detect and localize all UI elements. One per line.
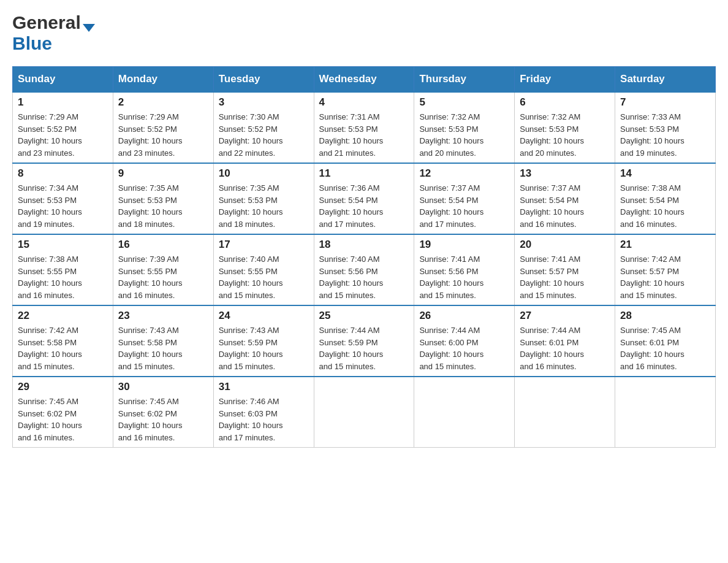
col-friday: Friday: [515, 67, 615, 93]
week-row-3: 15Sunrise: 7:38 AMSunset: 5:55 PMDayligh…: [13, 234, 716, 305]
day-info: Sunrise: 7:38 AMSunset: 5:55 PMDaylight:…: [18, 253, 108, 301]
day-info: Sunrise: 7:45 AMSunset: 6:02 PMDaylight:…: [18, 396, 108, 443]
day-info: Sunrise: 7:40 AMSunset: 5:56 PMDaylight:…: [319, 253, 409, 301]
day-cell: [515, 377, 615, 448]
day-cell: 18Sunrise: 7:40 AMSunset: 5:56 PMDayligh…: [314, 234, 414, 305]
day-info: Sunrise: 7:44 AMSunset: 6:01 PMDaylight:…: [520, 324, 610, 372]
day-cell: 9Sunrise: 7:35 AMSunset: 5:53 PMDaylight…: [113, 163, 213, 234]
calendar-body: 1Sunrise: 7:29 AMSunset: 5:52 PMDaylight…: [13, 92, 716, 448]
day-info: Sunrise: 7:41 AMSunset: 5:57 PMDaylight:…: [520, 253, 610, 301]
day-cell: 25Sunrise: 7:44 AMSunset: 5:59 PMDayligh…: [314, 305, 414, 377]
col-thursday: Thursday: [414, 67, 515, 93]
day-number: 29: [18, 381, 108, 393]
day-info: Sunrise: 7:46 AMSunset: 6:03 PMDaylight:…: [219, 396, 309, 443]
week-row-1: 1Sunrise: 7:29 AMSunset: 5:52 PMDaylight…: [13, 92, 716, 163]
day-number: 16: [118, 239, 208, 251]
day-info: Sunrise: 7:42 AMSunset: 5:58 PMDaylight:…: [18, 324, 108, 372]
day-info: Sunrise: 7:32 AMSunset: 5:53 PMDaylight:…: [520, 111, 610, 159]
day-cell: 31Sunrise: 7:46 AMSunset: 6:03 PMDayligh…: [213, 377, 314, 448]
day-info: Sunrise: 7:44 AMSunset: 5:59 PMDaylight:…: [319, 324, 409, 372]
week-row-2: 8Sunrise: 7:34 AMSunset: 5:53 PMDaylight…: [13, 163, 716, 234]
day-number: 5: [419, 96, 509, 109]
day-number: 22: [18, 310, 108, 322]
day-info: Sunrise: 7:32 AMSunset: 5:53 PMDaylight:…: [419, 111, 509, 159]
day-cell: 12Sunrise: 7:37 AMSunset: 5:54 PMDayligh…: [414, 163, 515, 234]
day-info: Sunrise: 7:42 AMSunset: 5:57 PMDaylight:…: [620, 253, 710, 301]
header-row: Sunday Monday Tuesday Wednesday Thursday…: [13, 67, 716, 93]
day-number: 23: [118, 310, 208, 322]
day-number: 18: [319, 239, 409, 251]
day-number: 14: [620, 167, 710, 180]
day-cell: 14Sunrise: 7:38 AMSunset: 5:54 PMDayligh…: [615, 163, 716, 234]
day-number: 15: [18, 239, 108, 251]
day-number: 21: [620, 239, 710, 251]
day-number: 8: [18, 167, 108, 180]
day-number: 13: [520, 167, 610, 180]
day-info: Sunrise: 7:29 AMSunset: 5:52 PMDaylight:…: [18, 111, 108, 159]
week-row-5: 29Sunrise: 7:45 AMSunset: 6:02 PMDayligh…: [13, 377, 716, 448]
day-cell: 2Sunrise: 7:29 AMSunset: 5:52 PMDaylight…: [113, 92, 213, 163]
day-cell: 26Sunrise: 7:44 AMSunset: 6:00 PMDayligh…: [414, 305, 515, 377]
day-cell: 4Sunrise: 7:31 AMSunset: 5:53 PMDaylight…: [314, 92, 414, 163]
day-info: Sunrise: 7:45 AMSunset: 6:01 PMDaylight:…: [620, 324, 710, 372]
day-info: Sunrise: 7:35 AMSunset: 5:53 PMDaylight:…: [219, 182, 309, 230]
day-cell: [615, 377, 716, 448]
col-tuesday: Tuesday: [213, 67, 314, 93]
logo-blue: Blue: [12, 33, 52, 53]
day-number: 27: [520, 310, 610, 322]
day-number: 31: [219, 381, 309, 393]
day-cell: 20Sunrise: 7:41 AMSunset: 5:57 PMDayligh…: [515, 234, 615, 305]
day-info: Sunrise: 7:33 AMSunset: 5:53 PMDaylight:…: [620, 111, 710, 159]
day-cell: 10Sunrise: 7:35 AMSunset: 5:53 PMDayligh…: [213, 163, 314, 234]
day-number: 28: [620, 310, 710, 322]
day-info: Sunrise: 7:45 AMSunset: 6:02 PMDaylight:…: [118, 396, 208, 443]
day-cell: 17Sunrise: 7:40 AMSunset: 5:55 PMDayligh…: [213, 234, 314, 305]
day-cell: 22Sunrise: 7:42 AMSunset: 5:58 PMDayligh…: [13, 305, 113, 377]
day-number: 3: [219, 96, 309, 109]
day-number: 7: [620, 96, 710, 109]
day-cell: 1Sunrise: 7:29 AMSunset: 5:52 PMDaylight…: [13, 92, 113, 163]
day-number: 9: [118, 167, 208, 180]
day-number: 19: [419, 239, 509, 251]
day-number: 2: [118, 96, 208, 109]
week-row-4: 22Sunrise: 7:42 AMSunset: 5:58 PMDayligh…: [13, 305, 716, 377]
day-cell: 28Sunrise: 7:45 AMSunset: 6:01 PMDayligh…: [615, 305, 716, 377]
col-saturday: Saturday: [615, 67, 716, 93]
col-sunday: Sunday: [13, 67, 113, 93]
col-monday: Monday: [113, 67, 213, 93]
day-cell: 16Sunrise: 7:39 AMSunset: 5:55 PMDayligh…: [113, 234, 213, 305]
col-wednesday: Wednesday: [314, 67, 414, 93]
day-number: 6: [520, 96, 610, 109]
day-cell: [414, 377, 515, 448]
day-cell: 11Sunrise: 7:36 AMSunset: 5:54 PMDayligh…: [314, 163, 414, 234]
day-info: Sunrise: 7:34 AMSunset: 5:53 PMDaylight:…: [18, 182, 108, 230]
day-info: Sunrise: 7:41 AMSunset: 5:56 PMDaylight:…: [419, 253, 509, 301]
day-number: 10: [219, 167, 309, 180]
day-number: 4: [319, 96, 409, 109]
day-number: 17: [219, 239, 309, 251]
day-number: 1: [18, 96, 108, 109]
day-info: Sunrise: 7:43 AMSunset: 5:59 PMDaylight:…: [219, 324, 309, 372]
day-cell: 19Sunrise: 7:41 AMSunset: 5:56 PMDayligh…: [414, 234, 515, 305]
day-cell: 15Sunrise: 7:38 AMSunset: 5:55 PMDayligh…: [13, 234, 113, 305]
day-info: Sunrise: 7:29 AMSunset: 5:52 PMDaylight:…: [118, 111, 208, 159]
day-info: Sunrise: 7:37 AMSunset: 5:54 PMDaylight:…: [520, 182, 610, 230]
day-cell: 5Sunrise: 7:32 AMSunset: 5:53 PMDaylight…: [414, 92, 515, 163]
day-cell: 7Sunrise: 7:33 AMSunset: 5:53 PMDaylight…: [615, 92, 716, 163]
calendar-table: Sunday Monday Tuesday Wednesday Thursday…: [12, 66, 716, 448]
day-cell: 13Sunrise: 7:37 AMSunset: 5:54 PMDayligh…: [515, 163, 615, 234]
day-info: Sunrise: 7:30 AMSunset: 5:52 PMDaylight:…: [219, 111, 309, 159]
logo-arrow-icon: [83, 24, 95, 32]
day-cell: [314, 377, 414, 448]
day-cell: 3Sunrise: 7:30 AMSunset: 5:52 PMDaylight…: [213, 92, 314, 163]
day-cell: 21Sunrise: 7:42 AMSunset: 5:57 PMDayligh…: [615, 234, 716, 305]
day-info: Sunrise: 7:44 AMSunset: 6:00 PMDaylight:…: [419, 324, 509, 372]
day-info: Sunrise: 7:35 AMSunset: 5:53 PMDaylight:…: [118, 182, 208, 230]
day-cell: 24Sunrise: 7:43 AMSunset: 5:59 PMDayligh…: [213, 305, 314, 377]
day-number: 25: [319, 310, 409, 322]
day-number: 26: [419, 310, 509, 322]
logo-general: General: [12, 12, 81, 33]
day-cell: 29Sunrise: 7:45 AMSunset: 6:02 PMDayligh…: [13, 377, 113, 448]
day-info: Sunrise: 7:40 AMSunset: 5:55 PMDaylight:…: [219, 253, 309, 301]
page-header: General Blue: [12, 12, 716, 54]
